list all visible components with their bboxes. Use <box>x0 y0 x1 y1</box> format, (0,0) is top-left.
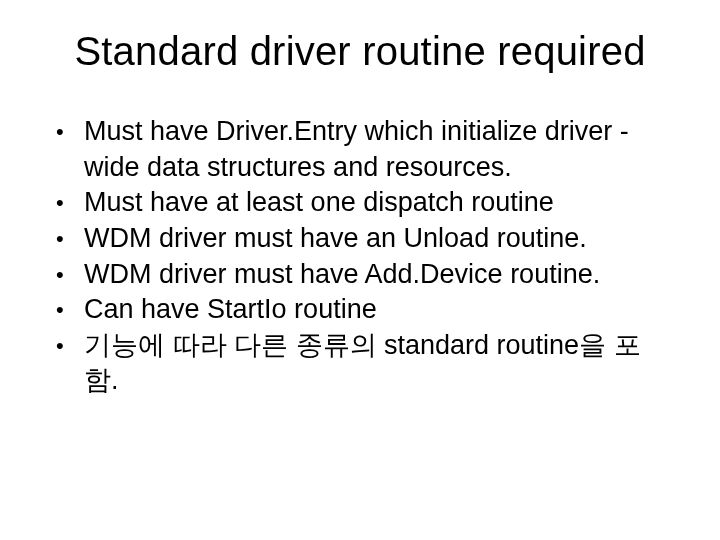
list-item: Must have at least one dispatch routine <box>50 185 670 221</box>
list-item: 기능에 따라 다른 종류의 standard routine을 포함. <box>50 328 670 399</box>
list-item: WDM driver must have an Unload routine. <box>50 221 670 257</box>
slide-title: Standard driver routine required <box>40 28 680 74</box>
bullet-text: Must have Driver.Entry which initialize … <box>84 116 629 182</box>
list-item: Must have Driver.Entry which initialize … <box>50 114 670 185</box>
bullet-text: Can have StartIo routine <box>84 294 377 324</box>
bullet-text: 기능에 따라 다른 종류의 standard routine을 포함. <box>84 330 641 396</box>
bullet-list: Must have Driver.Entry which initialize … <box>40 114 680 399</box>
list-item: Can have StartIo routine <box>50 292 670 328</box>
bullet-text: WDM driver must have an Unload routine. <box>84 223 587 253</box>
bullet-text: Must have at least one dispatch routine <box>84 187 554 217</box>
bullet-text: WDM driver must have Add.Device routine. <box>84 259 600 289</box>
slide: Standard driver routine required Must ha… <box>0 0 720 540</box>
list-item: WDM driver must have Add.Device routine. <box>50 257 670 293</box>
